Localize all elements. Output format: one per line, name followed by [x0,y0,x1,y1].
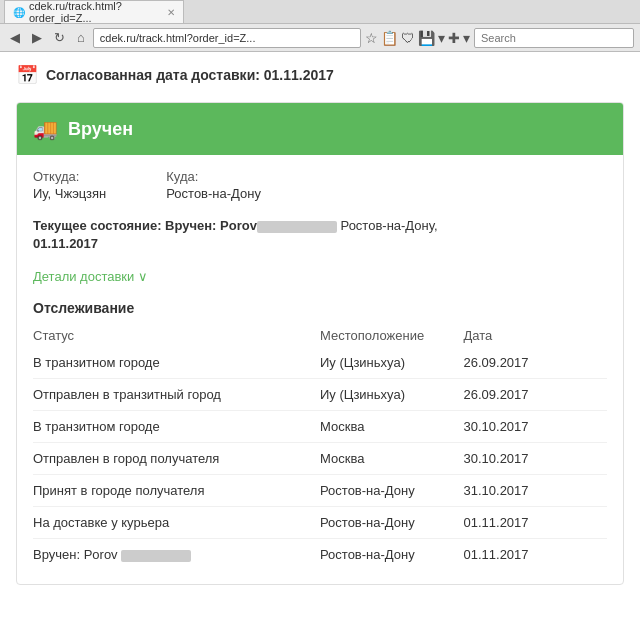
tracking-section-title: Отслеживание [33,300,607,316]
tracking-table: Статус Местоположение Дата В транзитном … [33,324,607,570]
current-status: Текущее состояние: Вручен: Porov Ростов-… [33,217,607,253]
from-city: Иу, Чжэцзян [33,186,106,201]
table-row: Отправлен в транзитный городИу (Цзиньхуа… [33,379,607,411]
cell-status: В транзитном городе [33,347,320,379]
dropdown-icon[interactable]: ▾ [438,30,445,46]
browser-tab-bar: 🌐 cdek.ru/track.html?order_id=Z... ✕ [0,0,640,24]
tab-close-button[interactable]: ✕ [167,7,175,18]
table-row: Принят в городе получателяРостов-на-Дону… [33,475,607,507]
cell-location: Москва [320,411,464,443]
cell-status: На доставке у курьера [33,507,320,539]
from-item: Откуда: Иу, Чжэцзян [33,169,106,201]
cell-date: 01.11.2017 [464,539,608,571]
cell-date: 31.10.2017 [464,475,608,507]
current-status-prefix: Текущее состояние: Вручен: Porov [33,218,257,233]
delivery-details-link[interactable]: Детали доставки ∨ [33,269,148,284]
browser-toolbar-icons: ☆ 📋 🛡 💾 ▾ ✚ ▾ [365,30,470,46]
cell-status: Принят в городе получателя [33,475,320,507]
col-header-location: Местоположение [320,324,464,347]
search-input[interactable] [474,28,634,48]
table-row: В транзитном городеИу (Цзиньхуа)26.09.20… [33,347,607,379]
nav-forward-button[interactable]: ▶ [28,28,46,47]
cell-location: Ростов-на-Дону [320,507,464,539]
cell-location: Иу (Цзиньхуа) [320,379,464,411]
to-label: Куда: [166,169,261,184]
star-icon[interactable]: ☆ [365,30,378,46]
tab-title: cdek.ru/track.html?order_id=Z... [29,0,163,24]
tab-favicon: 🌐 [13,7,25,18]
col-header-status: Статус [33,324,320,347]
cell-date: 01.11.2017 [464,507,608,539]
table-row: На доставке у курьераРостов-на-Дону01.11… [33,507,607,539]
dropdown2-icon[interactable]: ▾ [463,30,470,46]
card-header: 🚚 Вручен [17,103,623,155]
bookmark-icon[interactable]: 📋 [381,30,398,46]
from-label: Откуда: [33,169,106,184]
blurred-name [257,221,337,233]
table-row: Отправлен в город получателяМосква30.10.… [33,443,607,475]
col-header-date: Дата [464,324,608,347]
browser-toolbar: ◀ ▶ ↻ ⌂ ☆ 📋 🛡 💾 ▾ ✚ ▾ [0,24,640,52]
cell-location: Ростов-на-Дону [320,475,464,507]
page-content: 📅 Согласованная дата доставки: 01.11.201… [0,52,640,630]
tracking-card: 🚚 Вручен Откуда: Иу, Чжэцзян Куда: Росто… [16,102,624,585]
table-header-row: Статус Местоположение Дата [33,324,607,347]
delivery-date-text: Согласованная дата доставки: 01.11.2017 [46,67,334,83]
delivery-date-banner: 📅 Согласованная дата доставки: 01.11.201… [16,64,624,86]
shield-icon[interactable]: 🛡 [401,30,415,46]
cell-location: Ростов-на-Дону [320,539,464,571]
truck-icon: 🚚 [33,117,58,141]
nav-refresh-button[interactable]: ↻ [50,28,69,47]
calendar-icon: 📅 [16,64,38,86]
cell-date: 26.09.2017 [464,379,608,411]
cell-date: 30.10.2017 [464,443,608,475]
cell-location: Иу (Цзиньхуа) [320,347,464,379]
cell-status: Вручен: Porov [33,539,320,571]
current-status-suffix: Ростов-на-Дону, [341,218,438,233]
to-city: Ростов-на-Дону [166,186,261,201]
cell-status: Отправлен в транзитный город [33,379,320,411]
cell-status: В транзитном городе [33,411,320,443]
address-bar[interactable] [93,28,361,48]
cell-status: Отправлен в город получателя [33,443,320,475]
nav-home-button[interactable]: ⌂ [73,28,89,47]
save-icon[interactable]: 💾 [418,30,435,46]
cell-location: Москва [320,443,464,475]
cell-date: 26.09.2017 [464,347,608,379]
card-body: Откуда: Иу, Чжэцзян Куда: Ростов-на-Дону… [17,155,623,584]
plus-icon[interactable]: ✚ [448,30,460,46]
table-row: В транзитном городеМосква30.10.2017 [33,411,607,443]
table-row: Вручен: Porov Ростов-на-Дону01.11.2017 [33,539,607,571]
from-to-row: Откуда: Иу, Чжэцзян Куда: Ростов-на-Дону [33,169,607,201]
cell-date: 30.10.2017 [464,411,608,443]
card-header-title: Вручен [68,119,133,140]
to-item: Куда: Ростов-на-Дону [166,169,261,201]
nav-back-button[interactable]: ◀ [6,28,24,47]
current-status-date: 01.11.2017 [33,236,98,251]
active-tab[interactable]: 🌐 cdek.ru/track.html?order_id=Z... ✕ [4,0,184,23]
